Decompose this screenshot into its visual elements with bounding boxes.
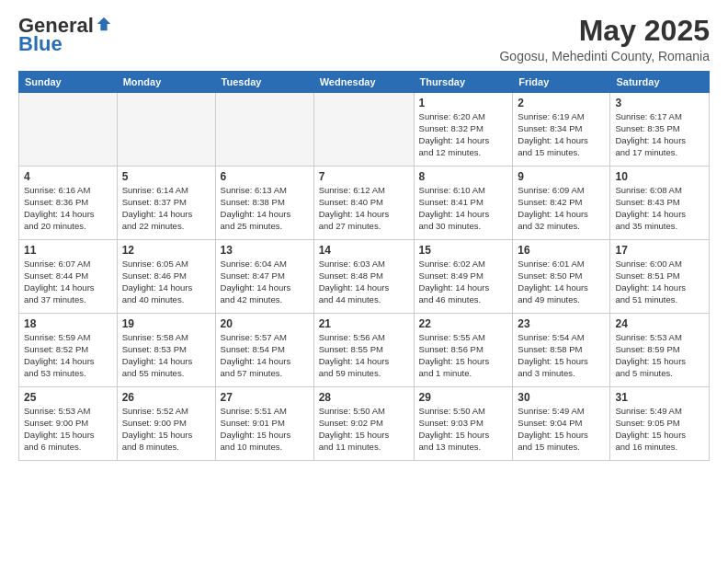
day-info: Sunrise: 5:49 AMSunset: 9:05 PMDaylight:… xyxy=(615,406,704,453)
col-header-thursday: Thursday xyxy=(414,72,513,93)
calendar-cell: 26Sunrise: 5:52 AMSunset: 9:00 PMDayligh… xyxy=(117,387,215,461)
calendar-cell: 31Sunrise: 5:49 AMSunset: 9:05 PMDayligh… xyxy=(610,387,710,461)
calendar-cell: 10Sunrise: 6:08 AMSunset: 8:43 PMDayligh… xyxy=(610,167,710,240)
day-number: 18 xyxy=(24,317,112,330)
day-number: 22 xyxy=(419,317,508,330)
day-number: 15 xyxy=(419,244,508,257)
title-section: May 2025 Gogosu, Mehedinti County, Roman… xyxy=(499,15,710,63)
day-info: Sunrise: 5:53 AMSunset: 9:00 PMDaylight:… xyxy=(24,406,112,453)
calendar-cell: 16Sunrise: 6:01 AMSunset: 8:50 PMDayligh… xyxy=(513,240,610,314)
day-info: Sunrise: 6:01 AMSunset: 8:50 PMDaylight:… xyxy=(518,259,605,305)
col-header-monday: Monday xyxy=(117,72,215,93)
day-number: 8 xyxy=(419,170,508,183)
day-info: Sunrise: 6:05 AMSunset: 8:46 PMDaylight:… xyxy=(122,259,210,305)
calendar-table: SundayMondayTuesdayWednesdayThursdayFrid… xyxy=(18,71,710,461)
day-info: Sunrise: 6:10 AMSunset: 8:41 PMDaylight:… xyxy=(419,185,508,232)
calendar-cell: 6Sunrise: 6:13 AMSunset: 8:38 PMDaylight… xyxy=(215,167,313,240)
calendar-cell: 20Sunrise: 5:57 AMSunset: 8:54 PMDayligh… xyxy=(215,314,313,387)
day-number: 28 xyxy=(319,391,409,404)
calendar-cell: 21Sunrise: 5:56 AMSunset: 8:55 PMDayligh… xyxy=(313,314,414,387)
day-info: Sunrise: 5:54 AMSunset: 8:58 PMDaylight:… xyxy=(518,332,605,379)
week-row-4: 18Sunrise: 5:59 AMSunset: 8:52 PMDayligh… xyxy=(19,314,710,387)
week-row-2: 4Sunrise: 6:16 AMSunset: 8:36 PMDaylight… xyxy=(19,167,710,240)
day-number: 6 xyxy=(221,170,309,183)
header: General Blue May 2025 Gogosu, Mehedinti … xyxy=(18,15,710,63)
calendar-cell: 25Sunrise: 5:53 AMSunset: 9:00 PMDayligh… xyxy=(19,387,118,461)
calendar-cell: 14Sunrise: 6:03 AMSunset: 8:48 PMDayligh… xyxy=(313,240,414,314)
day-info: Sunrise: 5:52 AMSunset: 9:00 PMDaylight:… xyxy=(122,406,210,453)
calendar-cell: 11Sunrise: 6:07 AMSunset: 8:44 PMDayligh… xyxy=(19,240,118,314)
calendar-cell: 17Sunrise: 6:00 AMSunset: 8:51 PMDayligh… xyxy=(610,240,710,314)
day-info: Sunrise: 5:53 AMSunset: 8:59 PMDaylight:… xyxy=(615,332,704,379)
calendar-cell: 28Sunrise: 5:50 AMSunset: 9:02 PMDayligh… xyxy=(313,387,414,461)
day-info: Sunrise: 6:08 AMSunset: 8:43 PMDaylight:… xyxy=(615,185,704,232)
day-number: 25 xyxy=(24,391,112,404)
day-number: 29 xyxy=(419,391,508,404)
day-number: 12 xyxy=(122,244,210,257)
calendar-cell: 4Sunrise: 6:16 AMSunset: 8:36 PMDaylight… xyxy=(19,167,118,240)
day-info: Sunrise: 6:19 AMSunset: 8:34 PMDaylight:… xyxy=(518,111,605,158)
day-number: 23 xyxy=(518,317,605,330)
day-info: Sunrise: 6:03 AMSunset: 8:48 PMDaylight:… xyxy=(319,259,409,305)
week-row-5: 25Sunrise: 5:53 AMSunset: 9:00 PMDayligh… xyxy=(19,387,710,461)
calendar-cell xyxy=(215,93,313,167)
day-info: Sunrise: 6:00 AMSunset: 8:51 PMDaylight:… xyxy=(615,259,704,305)
calendar-cell: 30Sunrise: 5:49 AMSunset: 9:04 PMDayligh… xyxy=(513,387,610,461)
col-header-saturday: Saturday xyxy=(610,72,710,93)
calendar-cell: 27Sunrise: 5:51 AMSunset: 9:01 PMDayligh… xyxy=(215,387,313,461)
day-info: Sunrise: 6:13 AMSunset: 8:38 PMDaylight:… xyxy=(221,185,309,232)
col-header-friday: Friday xyxy=(513,72,610,93)
page: General Blue May 2025 Gogosu, Mehedinti … xyxy=(0,0,728,563)
day-number: 7 xyxy=(319,170,409,183)
calendar-cell xyxy=(313,93,414,167)
day-number: 24 xyxy=(615,317,704,330)
calendar-cell: 1Sunrise: 6:20 AMSunset: 8:32 PMDaylight… xyxy=(414,93,513,167)
week-row-1: 1Sunrise: 6:20 AMSunset: 8:32 PMDaylight… xyxy=(19,93,710,167)
logo: General Blue xyxy=(18,15,112,55)
day-info: Sunrise: 5:50 AMSunset: 9:03 PMDaylight:… xyxy=(419,406,508,453)
calendar-cell: 24Sunrise: 5:53 AMSunset: 8:59 PMDayligh… xyxy=(610,314,710,387)
calendar-header-row: SundayMondayTuesdayWednesdayThursdayFrid… xyxy=(19,72,710,93)
day-info: Sunrise: 6:07 AMSunset: 8:44 PMDaylight:… xyxy=(24,259,112,305)
calendar-cell: 7Sunrise: 6:12 AMSunset: 8:40 PMDaylight… xyxy=(313,167,414,240)
week-row-3: 11Sunrise: 6:07 AMSunset: 8:44 PMDayligh… xyxy=(19,240,710,314)
calendar-cell: 22Sunrise: 5:55 AMSunset: 8:56 PMDayligh… xyxy=(414,314,513,387)
day-number: 2 xyxy=(518,97,605,109)
day-number: 9 xyxy=(518,170,605,183)
location: Gogosu, Mehedinti County, Romania xyxy=(499,49,710,63)
col-header-tuesday: Tuesday xyxy=(215,72,313,93)
day-info: Sunrise: 5:49 AMSunset: 9:04 PMDaylight:… xyxy=(518,406,605,453)
day-info: Sunrise: 5:58 AMSunset: 8:53 PMDaylight:… xyxy=(122,332,210,379)
day-info: Sunrise: 5:51 AMSunset: 9:01 PMDaylight:… xyxy=(221,406,309,453)
day-number: 20 xyxy=(221,317,309,330)
day-number: 16 xyxy=(518,244,605,257)
day-number: 13 xyxy=(221,244,309,257)
day-info: Sunrise: 5:57 AMSunset: 8:54 PMDaylight:… xyxy=(221,332,309,379)
calendar-cell: 19Sunrise: 5:58 AMSunset: 8:53 PMDayligh… xyxy=(117,314,215,387)
col-header-wednesday: Wednesday xyxy=(313,72,414,93)
day-info: Sunrise: 6:12 AMSunset: 8:40 PMDaylight:… xyxy=(319,185,409,232)
day-number: 21 xyxy=(319,317,409,330)
day-info: Sunrise: 6:20 AMSunset: 8:32 PMDaylight:… xyxy=(419,111,508,158)
calendar-cell: 29Sunrise: 5:50 AMSunset: 9:03 PMDayligh… xyxy=(414,387,513,461)
day-number: 27 xyxy=(221,391,309,404)
day-number: 14 xyxy=(319,244,409,257)
day-info: Sunrise: 6:02 AMSunset: 8:49 PMDaylight:… xyxy=(419,259,508,305)
calendar-cell: 8Sunrise: 6:10 AMSunset: 8:41 PMDaylight… xyxy=(414,167,513,240)
calendar-cell: 3Sunrise: 6:17 AMSunset: 8:35 PMDaylight… xyxy=(610,93,710,167)
day-number: 17 xyxy=(615,244,704,257)
day-info: Sunrise: 6:09 AMSunset: 8:42 PMDaylight:… xyxy=(518,185,605,232)
calendar-cell: 9Sunrise: 6:09 AMSunset: 8:42 PMDaylight… xyxy=(513,167,610,240)
logo-icon xyxy=(96,16,112,32)
day-info: Sunrise: 5:50 AMSunset: 9:02 PMDaylight:… xyxy=(319,406,409,453)
calendar-cell: 18Sunrise: 5:59 AMSunset: 8:52 PMDayligh… xyxy=(19,314,118,387)
day-number: 10 xyxy=(615,170,704,183)
calendar-cell: 23Sunrise: 5:54 AMSunset: 8:58 PMDayligh… xyxy=(513,314,610,387)
day-info: Sunrise: 6:16 AMSunset: 8:36 PMDaylight:… xyxy=(24,185,112,232)
day-info: Sunrise: 5:55 AMSunset: 8:56 PMDaylight:… xyxy=(419,332,508,379)
month-title: May 2025 xyxy=(499,15,710,47)
calendar-cell: 2Sunrise: 6:19 AMSunset: 8:34 PMDaylight… xyxy=(513,93,610,167)
col-header-sunday: Sunday xyxy=(19,72,118,93)
day-info: Sunrise: 6:04 AMSunset: 8:47 PMDaylight:… xyxy=(221,259,309,305)
calendar-cell: 13Sunrise: 6:04 AMSunset: 8:47 PMDayligh… xyxy=(215,240,313,314)
